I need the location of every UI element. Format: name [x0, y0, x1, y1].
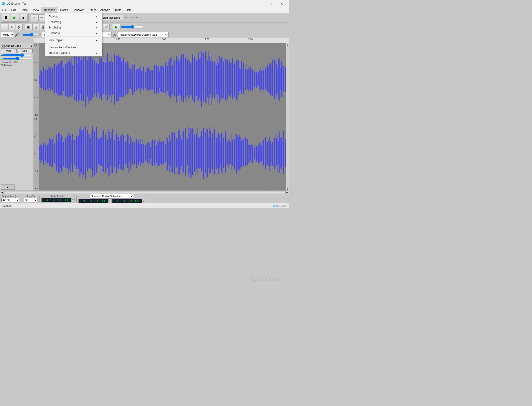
vertical-scrollbar[interactable]: ▲ ▼	[286, 43, 289, 190]
selection-start-dropdown-btn[interactable]: ▼	[108, 199, 111, 203]
scale--1.0-top: -1.0	[34, 114, 39, 116]
trim-button[interactable]: ▣	[25, 24, 32, 30]
output-device-select[interactable]: HeadPhone/Digital Output (Realt	[118, 32, 169, 37]
snap-to-label: Snap-To	[26, 195, 35, 198]
maximize-button[interactable]: □	[266, 0, 276, 7]
project-rate-group: Project Rate (Hz) 44100	[1, 195, 20, 203]
draw-tool-button[interactable]: ✏	[38, 14, 45, 21]
pause-button[interactable]: ⏸	[2, 14, 10, 22]
silence-button[interactable]: ▥	[32, 24, 39, 30]
selection-type-select[interactable]: Start and End of Selection	[90, 194, 134, 198]
selection-end-dropdown-btn[interactable]: ▼	[142, 199, 145, 203]
track-collapse-button[interactable]: ▲	[1, 184, 15, 189]
audio-position-input-wrap: ▼	[41, 198, 74, 203]
scale-1.0-bot: 1.0	[34, 118, 39, 120]
menu-item-scrubbing[interactable]: Scrubbing ▶	[45, 25, 102, 30]
menu-generate[interactable]: Generate	[70, 7, 86, 13]
zoom-tool-button[interactable]: 🔊	[16, 24, 22, 30]
menu-transport[interactable]: Transport	[41, 7, 58, 13]
audio-position-label: Audio Position	[51, 195, 65, 198]
menu-item-cursor-to-label: Cursor to	[49, 31, 60, 35]
menu-item-play-region[interactable]: Play Region ▶	[45, 37, 102, 43]
play-region-arrow-icon: ▶	[96, 39, 97, 42]
menu-item-transport-options[interactable]: Transport Options ▶	[45, 50, 102, 56]
menu-edit[interactable]: Edit	[9, 7, 18, 13]
titlebar-left: 🌐 LO4D.com - Test	[2, 2, 27, 5]
multi-tool-button[interactable]: ✳	[8, 24, 15, 30]
menu-item-playing[interactable]: Playing ▶	[45, 14, 102, 19]
scale-0.5-bot: 0.5	[34, 135, 39, 138]
divider-3	[76, 196, 77, 202]
menu-help[interactable]: Help	[124, 7, 134, 13]
waveform-bottom-canvas	[39, 117, 289, 191]
selection-start-wrap: ▼	[78, 199, 111, 203]
menu-item-recording[interactable]: Recording ▶	[45, 19, 102, 25]
scroll-down-button[interactable]: ▼	[286, 187, 289, 190]
project-rate-select[interactable]: 44100	[1, 198, 20, 203]
menu-analyze[interactable]: Analyze	[98, 7, 112, 13]
audio-position-dropdown-btn[interactable]: ▼	[71, 198, 74, 203]
track-dropdown-icon[interactable]: ▼	[30, 45, 33, 47]
menu-tracks[interactable]: Tracks	[58, 7, 70, 13]
selection-start-input[interactable]	[78, 199, 108, 203]
scroll-left-button[interactable]: ◀	[0, 191, 4, 194]
host-select[interactable]: MME	[1, 32, 14, 37]
scale-0.0-bot: 0.0	[34, 152, 39, 155]
waveform-bottom: 1.0 0.5 0.0 -0.5 -1.0	[34, 117, 289, 191]
scale--0.5-top: -0.5	[34, 96, 39, 99]
menu-effect[interactable]: Effect	[86, 7, 98, 13]
menu-file[interactable]: File	[0, 7, 9, 13]
scale--1.0-bot: -1.0	[34, 188, 39, 190]
scroll-up-button[interactable]: ▲	[286, 43, 289, 46]
titlebar-title: LO4D.com - Test	[7, 2, 27, 5]
menu-item-cursor-to[interactable]: Cursor to ▶	[45, 30, 102, 36]
playback-speed-slider[interactable]	[121, 25, 144, 29]
vu-scale-right: -18 -12 -6 0	[124, 16, 138, 19]
scale--6: -6	[133, 16, 135, 19]
menu-item-scrubbing-label: Scrubbing	[49, 26, 61, 29]
stop-button[interactable]: ■	[19, 14, 28, 22]
menubar: File Edit Select View Transport Tracks G…	[0, 7, 289, 13]
timeline-mark-5: 3:00	[248, 38, 253, 41]
recording-arrow-icon: ▶	[96, 21, 97, 23]
playing-arrow-icon: ▶	[96, 15, 97, 18]
volume-slider[interactable]	[2, 54, 32, 57]
menu-item-recording-label: Recording	[49, 21, 61, 24]
track-1-header: ✕ Ace of Base ▼ Mute Solo - + L R	[0, 43, 34, 117]
audio-position-input[interactable]	[41, 198, 71, 203]
scrubbing-arrow-icon: ▶	[96, 26, 97, 29]
menu-tools[interactable]: Tools	[112, 7, 124, 13]
waveform-panel: 1.0 0.5 0.0 -0.5 -1.0 1.0 0.5 0.0 -0.5 -…	[34, 43, 289, 190]
main-content: ⏸ ▶ ■ ⤢ ✏ ⏺ L	[0, 13, 289, 208]
scroll-right-button[interactable]: ▶	[285, 191, 289, 194]
track-header-panel: ✕ Ace of Base ▼ Mute Solo - + L R	[0, 43, 34, 190]
vol-minus-icon: -	[1, 54, 2, 57]
zoom-toggle-button[interactable]: 🔎	[103, 24, 110, 30]
divider-1	[22, 196, 22, 202]
minimize-button[interactable]: −	[254, 0, 265, 7]
status-text: Stopped.	[2, 204, 12, 207]
horizontal-scrollbar[interactable]	[4, 191, 285, 194]
timeline-empty	[0, 38, 34, 43]
envelope-tool-button[interactable]: ↔	[1, 24, 8, 30]
scale-0: 0	[136, 16, 138, 19]
selection-end-input[interactable]	[112, 199, 142, 203]
input-volume-slider[interactable]	[22, 33, 38, 36]
solo-button[interactable]: Solo	[17, 49, 33, 53]
timeline-mark-2: 1:30	[116, 38, 120, 41]
toolbar-row-2: ↔ ✳ 🔊 ▣ ▥ ⣿ ⦿ ↩ ↪ 🔍+ 🔍- 🔍 🔍 🔎 ▶	[0, 22, 289, 31]
snap-to-select[interactable]: Off	[24, 198, 37, 203]
selection-tool-button[interactable]: ⤢	[31, 14, 38, 21]
pan-slider[interactable]	[3, 57, 32, 60]
close-button[interactable]: ✕	[277, 0, 287, 7]
menu-view[interactable]: View	[30, 7, 41, 13]
track-close-button[interactable]: ✕	[1, 44, 5, 48]
mute-button[interactable]: Mute	[1, 49, 16, 53]
menu-item-rescan[interactable]: Rescan Audio Devices	[45, 44, 102, 50]
play-at-speed-button[interactable]: ▶	[112, 24, 120, 30]
menu-select[interactable]: Select	[18, 7, 30, 13]
transport-controls: ⏸ ▶ ■	[1, 13, 29, 22]
app-logo-icon: 🌐	[2, 2, 5, 5]
statusbar-logo: 🌐 LO4D.com	[273, 204, 287, 207]
play-button[interactable]: ▶	[11, 14, 19, 22]
